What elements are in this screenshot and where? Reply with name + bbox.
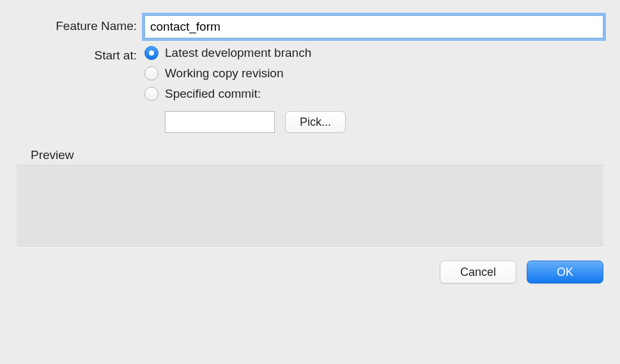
ok-button[interactable]: OK — [527, 261, 603, 284]
start-at-label: Start at: — [17, 45, 144, 63]
radio-label-working-copy: Working copy revision — [165, 66, 284, 80]
feature-dialog: Feature Name: Start at: Latest developme… — [0, 0, 620, 299]
preview-section: Preview — [17, 148, 603, 248]
radio-button-working-copy[interactable] — [144, 66, 159, 80]
feature-name-label: Feature Name: — [17, 15, 144, 33]
radio-option-working-copy[interactable]: Working copy revision — [144, 66, 603, 80]
pick-button[interactable]: Pick... — [285, 111, 346, 133]
radio-label-latest-dev: Latest development branch — [165, 46, 311, 60]
specified-commit-input[interactable] — [165, 111, 275, 133]
feature-name-input[interactable] — [144, 15, 603, 38]
commit-row: Pick... — [165, 111, 603, 133]
preview-box — [17, 165, 603, 248]
radio-option-specified-commit[interactable]: Specified commit: — [144, 87, 603, 101]
feature-name-field-col — [144, 15, 603, 38]
radio-option-latest-dev[interactable]: Latest development branch — [144, 46, 603, 60]
radio-button-specified-commit[interactable] — [144, 87, 159, 101]
feature-name-row: Feature Name: — [17, 15, 603, 38]
start-at-field-col: Latest development branch Working copy r… — [144, 45, 603, 133]
cancel-button[interactable]: Cancel — [440, 261, 516, 284]
start-at-row: Start at: Latest development branch Work… — [17, 45, 603, 133]
radio-button-latest-dev[interactable] — [144, 46, 159, 60]
start-at-radio-group: Latest development branch Working copy r… — [144, 45, 603, 133]
preview-label: Preview — [17, 148, 603, 162]
dialog-button-row: Cancel OK — [17, 261, 603, 284]
radio-label-specified-commit: Specified commit: — [165, 87, 261, 101]
